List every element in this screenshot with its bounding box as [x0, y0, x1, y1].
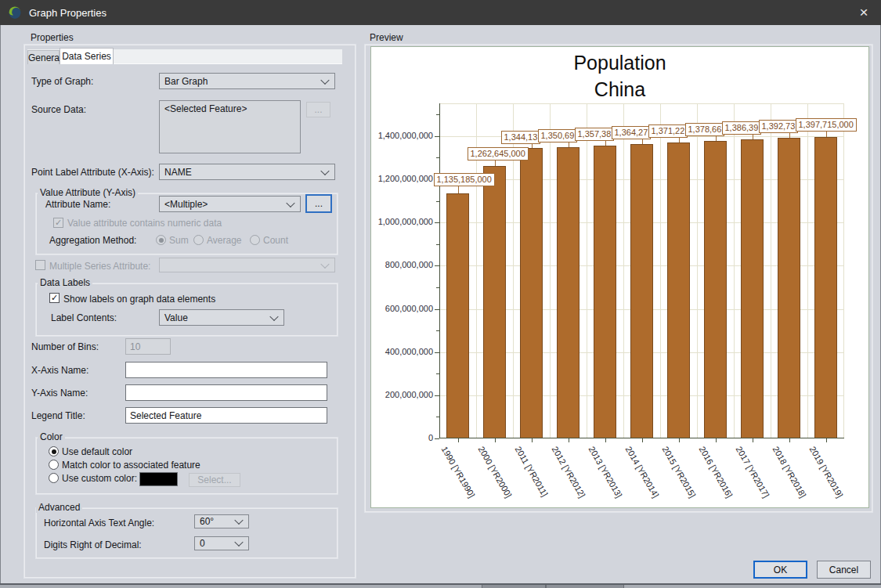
bar[interactable] — [667, 142, 690, 438]
use-custom-color-radio[interactable] — [49, 473, 59, 483]
data-label: 1,397,715,000 — [796, 118, 857, 132]
digits-decimal-label: Digits Right of Decimal: — [44, 539, 142, 550]
data-label-leader — [605, 141, 606, 146]
bar[interactable] — [557, 147, 580, 438]
data-label-leader — [753, 135, 753, 139]
x-axis-name-input[interactable] — [125, 362, 327, 378]
point-label-attribute-combo[interactable]: NAME — [159, 164, 335, 180]
use-default-color-label: Use default color — [62, 446, 132, 457]
x-tick — [679, 438, 680, 442]
color-group-label: Color — [38, 431, 65, 442]
data-label: 1,392,73 — [759, 120, 799, 133]
plot-right-border — [843, 103, 844, 438]
v-gridline — [697, 103, 698, 438]
properties-group-label: Properties — [28, 32, 76, 43]
bar[interactable] — [446, 193, 469, 438]
title-bar[interactable]: Graph Properties × — [0, 0, 881, 25]
numeric-data-checkbox[interactable]: ✓ — [53, 218, 63, 228]
x-tick — [458, 438, 459, 442]
number-of-bins-label: Number of Bins: — [31, 341, 99, 352]
data-label: 1,357,38 — [575, 128, 615, 141]
chevron-down-icon — [320, 166, 329, 175]
tab-data-series[interactable]: Data Series — [60, 48, 114, 64]
x-tick — [569, 438, 569, 442]
type-of-graph-value: Bar Graph — [164, 76, 208, 87]
legend-title-input[interactable] — [125, 407, 327, 424]
ok-button[interactable]: OK — [753, 561, 807, 579]
x-axis-line — [439, 438, 844, 438]
point-label-attribute-label: Point Label Attribute (X-Axis): — [31, 167, 154, 178]
v-gridline — [807, 103, 808, 438]
properties-panel: Properties General Data Series Type of G… — [23, 33, 356, 579]
chart-panel: Population China 0200,000,000400,000,000… — [370, 46, 869, 508]
y-tick-label: 1,000,000,000 — [367, 217, 433, 226]
show-labels-checkbox[interactable]: ✓ — [49, 293, 60, 303]
chart-subtitle: China — [371, 78, 868, 101]
x-tick — [642, 438, 643, 442]
aggregation-average-radio[interactable] — [193, 235, 204, 245]
bar[interactable] — [814, 137, 837, 438]
axis-text-angle-combo[interactable]: 60° — [194, 514, 249, 528]
point-label-attribute-value: NAME — [164, 167, 192, 178]
legend-title-label: Legend Title: — [31, 410, 85, 421]
v-gridline — [660, 103, 661, 438]
data-label-leader — [789, 133, 790, 138]
app-logo-icon — [8, 5, 22, 20]
x-category-label: 2014 [YR2014] — [623, 445, 660, 500]
y-tick-label: 400,000,000 — [367, 347, 433, 356]
y-axis-line — [439, 103, 440, 438]
data-label-leader — [679, 138, 680, 142]
bar[interactable] — [594, 146, 616, 438]
preview-group-label: Preview — [367, 32, 406, 43]
multiple-series-combo[interactable] — [159, 258, 335, 272]
bar[interactable] — [741, 139, 764, 438]
data-label: 1,378,66 — [685, 123, 725, 136]
type-of-graph-combo[interactable]: Bar Graph — [159, 73, 335, 89]
y-tick-label: 600,000,000 — [367, 304, 433, 313]
background-app-strip — [0, 583, 881, 588]
close-icon[interactable]: × — [847, 0, 881, 25]
tab-general[interactable]: General — [27, 50, 60, 64]
y-tick-label: 1,200,000,000 — [367, 174, 433, 183]
y-axis-name-input[interactable] — [125, 384, 327, 401]
attribute-name-combo[interactable]: <Multiple> — [159, 196, 301, 212]
v-gridline — [623, 103, 624, 438]
bar[interactable] — [630, 144, 653, 438]
cancel-button[interactable]: Cancel — [817, 561, 871, 579]
digits-decimal-value: 0 — [200, 538, 205, 549]
aggregation-count-radio[interactable] — [250, 235, 260, 245]
plot-top-border — [439, 103, 844, 104]
bar[interactable] — [520, 148, 543, 438]
y-tick-label: 800,000,000 — [367, 260, 433, 269]
multiple-series-label: Multiple Series Attribute: — [49, 261, 150, 272]
aggregation-sum-radio[interactable] — [156, 235, 166, 245]
x-tick — [532, 438, 533, 442]
use-default-color-radio[interactable] — [49, 446, 59, 456]
match-color-radio[interactable] — [49, 460, 59, 470]
graph-properties-dialog: Graph Properties × Properties General Da… — [0, 0, 881, 588]
custom-color-swatch[interactable] — [139, 472, 178, 486]
x-category-label: 2016 [YR2016] — [697, 445, 734, 500]
bar[interactable] — [483, 166, 506, 438]
number-of-bins-input[interactable] — [125, 338, 171, 355]
data-label-leader — [569, 142, 569, 147]
multiple-series-checkbox[interactable] — [35, 260, 45, 270]
data-label: 1,135,185,000 — [434, 173, 495, 186]
data-label-leader — [532, 144, 533, 148]
x-tick — [826, 438, 827, 442]
bar[interactable] — [778, 138, 800, 438]
v-gridline — [587, 103, 587, 438]
attribute-name-browse-button[interactable]: ... — [305, 194, 332, 213]
source-data-listbox[interactable]: <Selected Feature> — [159, 100, 301, 153]
source-data-browse-button[interactable]: ... — [306, 102, 330, 117]
x-tick — [789, 438, 790, 442]
x-category-label: 1990 [YR1990] — [439, 445, 476, 500]
x-axis-name-label: X-Axis Name: — [31, 365, 88, 376]
digits-decimal-combo[interactable]: 0 — [194, 536, 249, 550]
bar[interactable] — [704, 141, 727, 438]
data-label-leader — [458, 186, 459, 193]
select-color-button[interactable]: Select... — [189, 473, 240, 487]
data-label: 1,371,22 — [648, 124, 688, 138]
x-category-label: 2019 [YR2019] — [807, 445, 844, 500]
label-contents-combo[interactable]: Value — [159, 309, 284, 326]
